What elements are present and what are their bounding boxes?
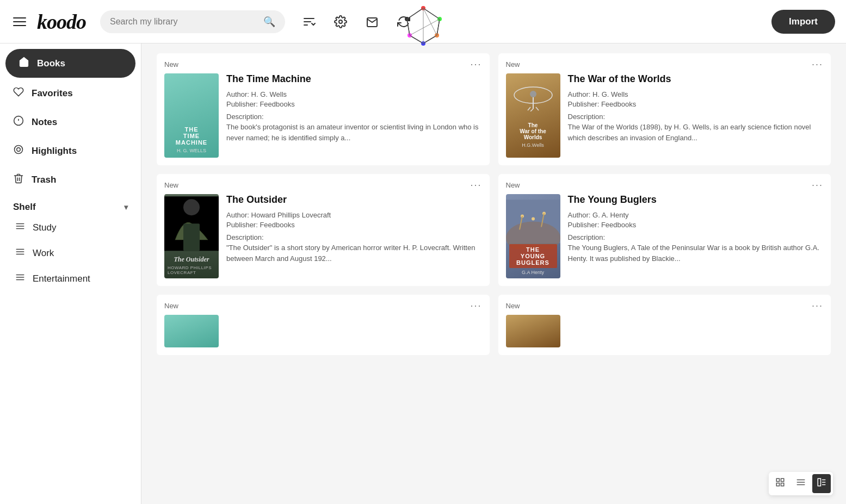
svg-rect-54 [781, 483, 784, 486]
book-title: The Time Machine [226, 73, 482, 85]
list-view-button[interactable] [792, 474, 810, 493]
book-info: The Young Buglers Author: G. A. Henty Pu… [568, 194, 824, 278]
book-more-button[interactable]: ··· [812, 300, 823, 312]
book-publisher: Publisher: Feedbooks [226, 221, 482, 229]
sidebar-item-books-label: Books [37, 58, 65, 69]
book-author: Author: G. A. Henty [568, 211, 824, 219]
search-input[interactable] [110, 17, 259, 27]
book-publisher: Publisher: Feedbooks [568, 100, 824, 108]
work-icon [15, 247, 25, 259]
book-author: Author: H. G. Wells [568, 90, 824, 98]
books-grid: New ··· [152, 49, 835, 359]
book-card-body: TheWar of theWorlds H.G.Wells The War of… [498, 73, 831, 165]
book-info [568, 315, 824, 347]
book-card-header: New ··· [498, 174, 831, 194]
entertainment-icon [15, 272, 25, 285]
book-description: The War of the Worlds (1898), by H. G. W… [568, 122, 824, 143]
sidebar-item-books[interactable]: Books [5, 49, 135, 78]
book-desc-label: Description: [226, 233, 482, 241]
book-publisher: Publisher: Feedbooks [568, 221, 824, 229]
book-card-5: New ··· [157, 295, 490, 355]
book-author: Author: H. G. Wells [226, 90, 482, 98]
book-badge: New [164, 181, 178, 189]
home-icon [18, 57, 29, 70]
book-description: The Young Buglers, A Tale of the Peninsu… [568, 242, 824, 264]
inbox-button[interactable] [362, 12, 382, 32]
shelf-header[interactable]: Shelf ▾ [13, 202, 128, 213]
sidebar-item-favorites[interactable]: Favorites [0, 79, 141, 108]
book-more-button[interactable]: ··· [470, 179, 481, 191]
svg-line-40 [530, 109, 533, 111]
book-desc-label: Description: [568, 233, 824, 241]
book-cover [506, 315, 560, 347]
book-cover: THETIMEMACHINE H. G. WELLS [164, 73, 219, 158]
book-card-body: THE YOUNGBUGLERS G.A Henty The Young Bug… [498, 194, 831, 286]
sidebar-item-notes[interactable]: Notes [0, 108, 141, 136]
book-author: Author: Howard Phillips Lovecraft [226, 211, 482, 219]
book-card-time-machine: New ··· [157, 53, 490, 165]
svg-line-38 [528, 107, 530, 110]
import-button[interactable]: Import [771, 10, 835, 34]
sidebar-item-trash[interactable]: Trash [0, 165, 141, 194]
search-icon: 🔍 [263, 16, 275, 28]
hamburger-button[interactable] [11, 15, 28, 28]
book-card-war-worlds: New ··· [498, 53, 831, 165]
svg-point-37 [530, 91, 536, 97]
svg-point-8 [15, 146, 23, 154]
sidebar-item-favorites-label: Favorites [32, 88, 73, 99]
sidebar-item-trash-label: Trash [32, 175, 56, 185]
book-card-header: New ··· [157, 174, 490, 194]
book-more-button[interactable]: ··· [812, 59, 823, 70]
heart-icon [13, 86, 24, 100]
sidebar-item-entertainment[interactable]: Entertainment [13, 266, 128, 291]
book-desc-label: Description: [226, 113, 482, 121]
header-icons [299, 12, 413, 32]
book-cover: THE YOUNGBUGLERS G.A Henty [506, 194, 560, 278]
book-cover: TheWar of theWorlds H.G.Wells [506, 73, 560, 158]
trash-icon [13, 173, 24, 186]
svg-rect-58 [818, 478, 820, 486]
book-badge: New [506, 181, 520, 189]
book-card-body [498, 315, 831, 355]
shelf-section: Shelf ▾ Study Work [0, 194, 141, 294]
book-publisher: Publisher: Feedbooks [226, 100, 482, 108]
svg-rect-51 [776, 478, 779, 481]
book-badge: New [506, 60, 520, 69]
grid-view-button[interactable] [771, 474, 789, 493]
highlights-icon [13, 144, 24, 158]
detail-view-button[interactable] [812, 474, 831, 493]
book-info: The Time Machine Author: H. G. Wells Pub… [226, 73, 482, 158]
book-title: The Outsider [226, 194, 482, 206]
svg-rect-52 [781, 478, 784, 481]
sidebar: Books Favorites Notes H [0, 43, 141, 504]
book-card-young-buglers: New ··· [498, 174, 831, 286]
study-icon [15, 221, 25, 234]
sidebar-item-work[interactable]: Work [13, 240, 128, 266]
search-bar: 🔍 [100, 10, 285, 33]
book-info: The War of the Worlds Author: H. G. Well… [568, 73, 824, 158]
book-card-6: New ··· [498, 295, 831, 355]
book-card-body: The Outsider HOWARD PHILLIPS LOVECRAFT T… [157, 194, 490, 286]
book-badge: New [164, 60, 178, 69]
book-card-header: New ··· [498, 53, 831, 73]
book-more-button[interactable]: ··· [812, 179, 823, 191]
book-cover [164, 315, 219, 347]
book-badge: New [164, 302, 178, 310]
settings-button[interactable] [331, 12, 350, 32]
sort-button[interactable] [299, 12, 319, 32]
sidebar-item-study[interactable]: Study [13, 215, 128, 240]
notes-icon [13, 115, 24, 129]
work-label: Work [33, 248, 54, 259]
entertainment-label: Entertainment [33, 273, 90, 284]
book-description: "The Outsider" is a short story by Ameri… [226, 242, 482, 264]
book-more-button[interactable]: ··· [470, 300, 481, 312]
sidebar-item-highlights[interactable]: Highlights [0, 136, 141, 165]
book-card-header: New ··· [157, 53, 490, 73]
svg-rect-53 [776, 483, 779, 486]
book-more-button[interactable]: ··· [470, 59, 481, 70]
main-layout: Books Favorites Notes H [0, 43, 846, 504]
book-card-body: THETIMEMACHINE H. G. WELLS The Time Mach… [157, 73, 490, 165]
sidebar-item-notes-label: Notes [32, 117, 57, 128]
svg-point-48 [532, 217, 535, 220]
book-info [226, 315, 482, 347]
